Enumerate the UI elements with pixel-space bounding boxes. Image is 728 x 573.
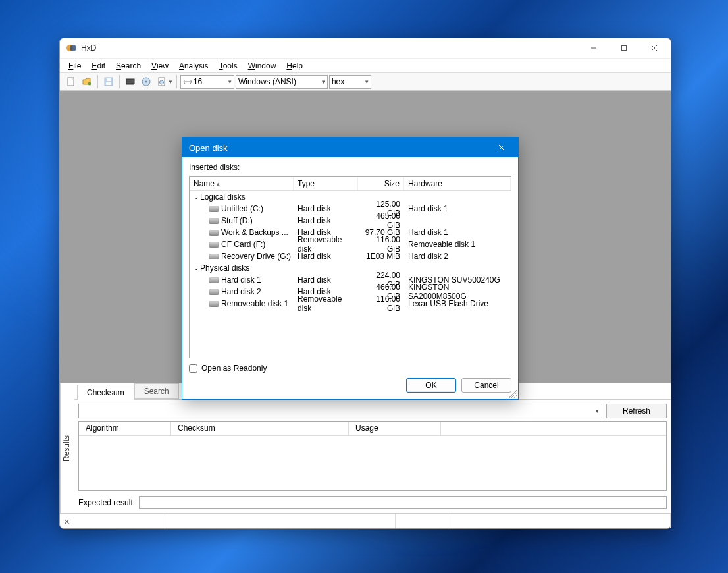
disk-row[interactable]: Removeable disk 1Removeable disk116.00 G…: [190, 298, 511, 310]
number-base-select[interactable]: hex ▾: [329, 75, 371, 89]
col-header-size[interactable]: Size: [358, 177, 404, 190]
menu-help[interactable]: Help: [282, 60, 307, 72]
close-button[interactable]: [639, 38, 669, 58]
disk-size: 116.00 GiB: [358, 235, 404, 254]
disk-name: Untitled (C:): [221, 204, 263, 213]
toolbar: ▼ 16 ▾ Windows (ANSI) ▾ hex ▾: [60, 72, 671, 91]
menubar: File Edit Search View Analysis Tools Win…: [60, 58, 671, 72]
disk-icon: [209, 289, 219, 295]
app-icon: [66, 43, 77, 53]
dialog-close-button[interactable]: [492, 138, 511, 157]
tab-search[interactable]: Search: [134, 383, 179, 399]
bytes-per-row-select[interactable]: 16 ▾: [180, 75, 234, 89]
save-button[interactable]: [101, 74, 116, 89]
readonly-checkbox-input[interactable]: [189, 364, 197, 373]
disk-icon: [209, 242, 219, 248]
statusbar: [60, 513, 671, 528]
col-header-hardware[interactable]: Hardware: [404, 177, 511, 190]
disk-icon: [209, 277, 219, 283]
disk-name: Recovery Drive (G:): [221, 252, 291, 261]
menu-analysis[interactable]: Analysis: [174, 60, 213, 72]
disk-row[interactable]: Untitled (C:)Hard disk125.00 GiBHard dis…: [190, 203, 511, 215]
col-header-name[interactable]: Name ▴: [190, 177, 294, 190]
readonly-label: Open as Readonly: [201, 364, 267, 373]
menu-view[interactable]: View: [147, 60, 173, 72]
encoding-select[interactable]: Windows (ANSI) ▾: [236, 75, 328, 89]
disk-hardware: Removeable disk 1: [404, 240, 511, 249]
disk-hardware: Lexar USB Flash Drive: [404, 299, 511, 308]
panel-close-button[interactable]: ✕: [61, 516, 72, 527]
ok-button[interactable]: OK: [406, 378, 456, 393]
group-label: Physical disks: [200, 263, 249, 273]
open-readonly-checkbox[interactable]: Open as Readonly: [189, 364, 511, 373]
disk-hardware: Hard disk 2: [404, 252, 511, 261]
disk-icon: [141, 76, 151, 87]
disk-list[interactable]: Name ▴ Type Size Hardware ⌄ Logical disk…: [189, 176, 511, 358]
svg-point-16: [145, 81, 147, 83]
disk-name: CF Card (F:): [221, 240, 265, 249]
checksum-table: Algorithm Checksum Usage: [78, 421, 667, 491]
open-disk-dialog: Open disk Inserted disks: Name ▴ Type Si…: [182, 137, 519, 400]
disk-row[interactable]: CF Card (F:)Removeable disk116.00 GiBRem…: [190, 238, 511, 250]
disk-icon: [209, 230, 219, 236]
disk-image-button[interactable]: [155, 74, 169, 89]
col-header-type[interactable]: Type: [294, 177, 358, 190]
inserted-disks-label: Inserted disks:: [189, 163, 511, 172]
disk-image-icon: [157, 76, 167, 87]
minimize-button[interactable]: [579, 38, 609, 58]
disk-row[interactable]: Stuff (D:)Hard disk465.00 GiB: [190, 215, 511, 227]
algorithm-combo[interactable]: ▾: [78, 404, 602, 418]
maximize-button[interactable]: [609, 38, 639, 58]
close-icon: [498, 144, 505, 151]
chevron-down-icon: ▾: [365, 78, 369, 85]
disk-hardware: KINGSTON SA2000M8500G: [404, 283, 511, 301]
titlebar[interactable]: HxD: [60, 38, 671, 58]
resize-grip[interactable]: [509, 390, 517, 398]
bottom-panel: Results Checksum Search ▾ Refresh Algori…: [60, 383, 671, 513]
disk-size: 1E03 MiB: [358, 252, 404, 261]
disk-group[interactable]: ⌄ Logical disks: [190, 191, 511, 203]
dropdown-arrow-icon[interactable]: ▼: [168, 79, 173, 85]
results-panel-label[interactable]: Results: [60, 383, 74, 513]
cancel-button[interactable]: Cancel: [461, 378, 511, 393]
chevron-down-icon: ▾: [596, 408, 599, 414]
open-file-button[interactable]: [80, 74, 94, 89]
disk-size: 116.00 GiB: [358, 294, 404, 313]
svg-rect-9: [107, 78, 111, 81]
dialog-titlebar[interactable]: Open disk: [182, 138, 518, 157]
menu-file[interactable]: File: [64, 60, 86, 72]
sort-asc-icon: ▴: [217, 180, 220, 187]
col-checksum[interactable]: Checksum: [171, 422, 349, 435]
disk-row[interactable]: Recovery Drive (G:)Hard disk1E03 MiBHard…: [190, 250, 511, 262]
disk-type: Hard disk: [294, 204, 358, 213]
disk-type: Hard disk: [294, 252, 358, 261]
bytes-per-row-value: 16: [194, 77, 202, 86]
tab-checksum[interactable]: Checksum: [77, 385, 134, 400]
number-base-value: hex: [332, 77, 344, 86]
col-usage[interactable]: Usage: [349, 422, 441, 435]
maximize-icon: [621, 45, 627, 51]
disk-size: 465.00 GiB: [358, 211, 404, 230]
menu-window[interactable]: Window: [244, 60, 281, 72]
refresh-button[interactable]: Refresh: [606, 404, 667, 418]
expected-result-input[interactable]: [139, 496, 667, 509]
disk-type: Hard disk: [294, 216, 358, 225]
svg-point-6: [88, 82, 91, 86]
ram-icon: [125, 76, 136, 87]
dialog-title: Open disk: [189, 143, 228, 153]
menu-tools[interactable]: Tools: [215, 60, 242, 72]
expected-result-label: Expected result:: [78, 498, 135, 507]
disk-type: Removeable disk: [294, 294, 358, 313]
disk-group[interactable]: ⌄ Physical disks: [190, 262, 511, 274]
disk-button[interactable]: [139, 74, 153, 89]
new-file-button[interactable]: [64, 74, 78, 89]
disk-type: Removeable disk: [294, 235, 358, 254]
col-algorithm[interactable]: Algorithm: [79, 422, 171, 435]
svg-point-18: [160, 80, 164, 84]
main-window: HxD File Edit Search View Analysis Tools…: [59, 38, 671, 529]
width-icon: [183, 78, 192, 86]
menu-search[interactable]: Search: [111, 60, 145, 72]
menu-edit[interactable]: Edit: [87, 60, 110, 72]
ram-button[interactable]: [123, 74, 138, 89]
disk-name: Stuff (D:): [221, 216, 253, 225]
